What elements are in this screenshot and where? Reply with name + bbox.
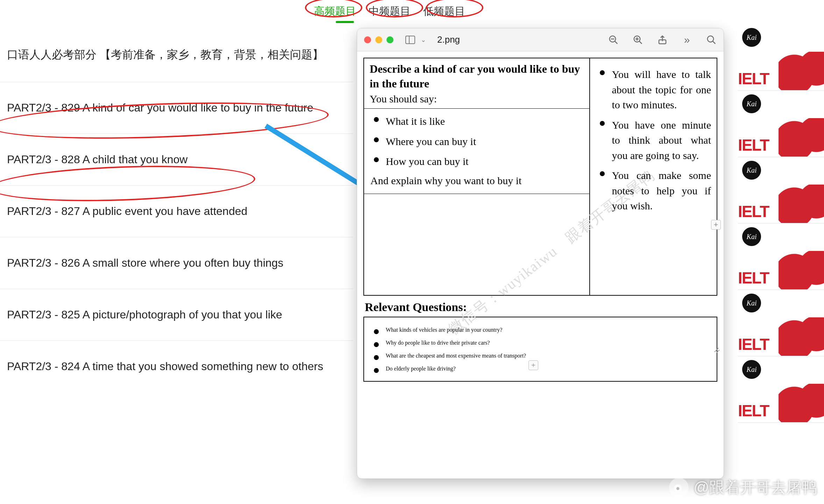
list-item-829[interactable]: PART2/3 - 829 A kind of car you would li… [0, 82, 353, 134]
svg-point-13 [676, 487, 680, 490]
zoom-out-icon[interactable] [608, 35, 619, 45]
svg-line-3 [615, 41, 618, 44]
svg-point-10 [708, 36, 714, 42]
thumbnail[interactable]: Kai IELT [738, 224, 824, 290]
instruction-item: You have one minute to think about what … [600, 117, 711, 163]
list-header[interactable]: 口语人人必考部分 【考前准备，家乡，教育，背景，相关问题】 [0, 37, 353, 82]
thumb-art [779, 24, 824, 90]
table-resize-handle[interactable] [713, 346, 720, 353]
toolbar-overflow-icon[interactable]: » [682, 35, 692, 45]
weibo-watermark: @跟着开哥去屠鸭 [669, 477, 817, 498]
cue-card-table: Describe a kind of car you would like to… [363, 58, 717, 296]
thumb-art [779, 157, 824, 223]
ielts-label: IELT [738, 202, 769, 221]
chevron-down-icon[interactable]: ⌄ [421, 36, 426, 44]
relevant-question: What are the cheapest and most expensive… [374, 352, 711, 360]
svg-line-11 [713, 41, 716, 44]
ielts-label: IELT [738, 136, 769, 154]
preview-filename: 2.png [437, 34, 460, 45]
relevant-question: Do elderly people like driving? [374, 365, 711, 373]
thumbnail-column: Kai IELT Kai IELT Kai IELT Kai IELT Kai … [738, 24, 824, 423]
thumbnail[interactable]: Kai IELT [738, 157, 824, 224]
relevant-question: Why do people like to drive their privat… [374, 339, 711, 347]
thumbnail[interactable]: Kai IELT [738, 357, 824, 423]
window-controls [364, 36, 393, 43]
relevant-questions-title: Relevant Questions: [365, 301, 717, 314]
list-item-826[interactable]: PART2/3 - 826 A small store where you of… [0, 237, 353, 289]
preview-titlebar[interactable]: ⌄ 2.png » [357, 28, 724, 51]
list-item-825[interactable]: PART2/3 - 825 A picture/photograph of yo… [0, 289, 353, 340]
tab-low-frequency[interactable]: 低频题目 [417, 2, 471, 21]
search-icon[interactable] [706, 35, 717, 45]
preview-window: ⌄ 2.png » 微信号：wuyikaiwu 跟着开哥去屠鸭 Describe… [357, 28, 724, 479]
minimize-window-button[interactable] [375, 36, 382, 43]
relevant-questions-box: What kinds of vehicles are popular in yo… [363, 317, 717, 382]
ielts-label: IELT [738, 268, 769, 287]
instruction-item: You will have to talk about the topic fo… [600, 67, 711, 113]
cue-card-points: What it is like Where you can buy it How… [370, 114, 584, 169]
zoom-in-icon[interactable] [633, 35, 643, 45]
svg-line-6 [639, 41, 642, 44]
table-add-column-handle[interactable]: + [711, 220, 721, 230]
cue-card-title: Describe a kind of car you would like to… [370, 62, 584, 91]
thumb-art [779, 290, 824, 356]
list-item-828[interactable]: PART2/3 - 828 A child that you know [0, 134, 353, 185]
kai-badge-icon: Kai [742, 227, 761, 246]
kai-badge-icon: Kai [742, 294, 761, 312]
list-item-827[interactable]: PART2/3 - 827 A public event you have at… [0, 185, 353, 237]
list-item-824[interactable]: PART2/3 - 824 A time that you showed som… [0, 340, 353, 392]
cue-explain: And explain why you want to buy it [370, 175, 584, 187]
ielts-label: IELT [738, 69, 769, 88]
cue-point: Where you can buy it [374, 134, 584, 149]
ielts-label: IELT [738, 335, 769, 354]
cue-point: What it is like [374, 114, 584, 129]
tab-mid-frequency[interactable]: 中频题目 [362, 2, 417, 21]
tab-active-indicator [336, 21, 354, 23]
instruction-list: You will have to talk about the topic fo… [596, 67, 711, 214]
close-window-button[interactable] [364, 36, 371, 43]
kai-badge-icon: Kai [742, 161, 761, 180]
topic-list: 口语人人必考部分 【考前准备，家乡，教育，背景，相关问题】 PART2/3 - … [0, 37, 353, 392]
frequency-tabs: 高频题目 中频题目 低频题目 [308, 2, 471, 21]
instruction-item: You can make some notes to help you if y… [600, 168, 711, 214]
document-body: 微信号：wuyikaiwu 跟着开哥去屠鸭 Describe a kind of… [357, 51, 724, 388]
kai-badge-icon: Kai [742, 360, 761, 379]
thumb-art [779, 224, 824, 289]
kai-badge-icon: Kai [742, 94, 761, 113]
thumb-art [779, 91, 824, 157]
sidebar-toggle-icon[interactable] [405, 36, 415, 44]
share-icon[interactable] [657, 35, 668, 45]
thumb-art [779, 357, 824, 422]
cue-point: How you can buy it [374, 154, 584, 169]
kai-badge-icon: Kai [742, 28, 761, 47]
thumbnail[interactable]: Kai IELT [738, 91, 824, 157]
table-add-row-handle[interactable]: + [528, 360, 538, 370]
zoom-window-button[interactable] [386, 36, 393, 43]
weibo-logo-icon [669, 478, 689, 497]
ielts-label: IELT [738, 401, 769, 420]
thumbnail[interactable]: Kai IELT [738, 290, 824, 357]
thumbnail[interactable]: Kai IELT [738, 24, 824, 91]
tab-high-frequency[interactable]: 高频题目 [308, 2, 362, 21]
relevant-question: What kinds of vehicles are popular in yo… [374, 326, 711, 334]
you-should-say-label: You should say: [370, 93, 584, 105]
weibo-handle: @跟着开哥去屠鸭 [694, 477, 817, 498]
